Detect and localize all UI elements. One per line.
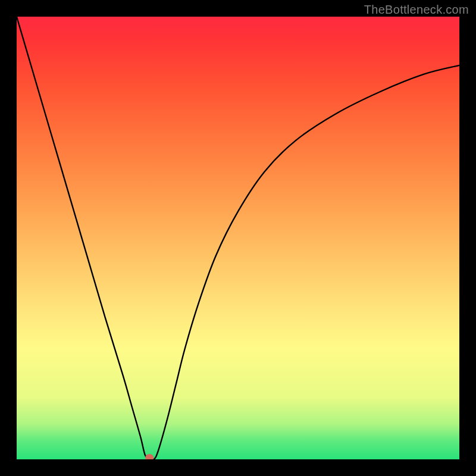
sweet-spot-marker bbox=[145, 454, 154, 459]
chart-frame: TheBottleneck.com bbox=[0, 0, 476, 476]
plot-area bbox=[17, 17, 459, 459]
curve-layer bbox=[17, 17, 459, 459]
watermark-text: TheBottleneck.com bbox=[364, 3, 469, 17]
bottleneck-curve bbox=[17, 17, 459, 459]
